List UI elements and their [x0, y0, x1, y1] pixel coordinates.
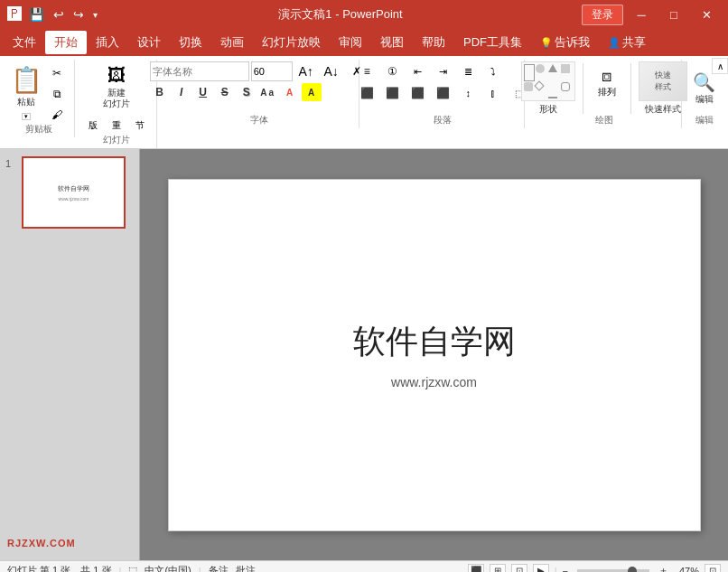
format-painter-button[interactable]: 🖌	[45, 105, 69, 125]
justify-btn[interactable]: ⬛	[431, 83, 454, 103]
normal-view-btn[interactable]: ⬛	[468, 564, 484, 573]
menu-insert[interactable]: 插入	[87, 31, 128, 54]
slide-sorter-btn[interactable]: ⊞	[490, 564, 506, 573]
italic-button[interactable]: I	[172, 83, 191, 101]
decrease-indent-btn[interactable]: ⇤	[406, 61, 429, 81]
font-size-input[interactable]	[251, 61, 293, 81]
reset-button[interactable]: 重	[106, 116, 127, 136]
slide-canvas[interactable]: 软件自学网 www.rjzxw.com	[168, 179, 701, 531]
menu-design[interactable]: 设计	[128, 31, 170, 54]
strikethrough-button[interactable]: S	[215, 83, 235, 101]
highlight-button[interactable]: A	[302, 83, 322, 101]
menu-pdf[interactable]: PDF工具集	[454, 31, 531, 54]
clipboard-small-btns: ✂ ⧉ 🖌	[45, 63, 69, 125]
font-label: 字体	[159, 114, 359, 127]
section-button[interactable]: 节	[129, 116, 151, 136]
undo-quick-btn[interactable]: ↩	[51, 5, 66, 23]
close-button[interactable]: ✕	[692, 0, 721, 29]
shapes-gallery[interactable]	[521, 61, 575, 101]
notes-button[interactable]: 备注	[209, 564, 229, 572]
underline-button[interactable]: U	[193, 83, 213, 101]
columns-btn[interactable]: ⫿	[481, 83, 505, 103]
more-quick-btn[interactable]: ▾	[91, 8, 99, 22]
zoom-in-btn[interactable]: ＋	[658, 564, 668, 572]
slide-panel: 1 软件自学网 www.rjzxw.com	[0, 149, 140, 560]
bold-button[interactable]: B	[150, 83, 170, 101]
minimize-button[interactable]: ─	[627, 0, 656, 29]
linespacing-btn[interactable]: ↕	[456, 83, 480, 103]
status-left: 幻灯片 第 1 张，共 1 张 | ⬚ 中文(中国) | 备注 批注	[7, 564, 256, 572]
menu-share[interactable]: 👤共享	[599, 31, 655, 54]
menu-view[interactable]: 视图	[371, 31, 413, 54]
title-bar-right: 登录 ─ □ ✕	[582, 0, 721, 29]
main-area: 1 软件自学网 www.rjzxw.com 软件自学网 www.rjzxw.co…	[0, 149, 728, 560]
accessibility-icon[interactable]: ⬚	[128, 565, 137, 572]
quick-styles-gallery[interactable]: 快速样式	[639, 61, 687, 101]
increase-font-btn[interactable]: A↑	[294, 61, 318, 81]
ribbon-collapse-button[interactable]: ∧	[712, 58, 728, 74]
align-left-btn[interactable]: ⬛	[355, 83, 378, 103]
title-bar-left: 🅿 💾 ↩ ↪ ▾	[7, 5, 99, 23]
zoom-level[interactable]: 47%	[674, 566, 699, 573]
canvas-area: 软件自学网 www.rjzxw.com	[140, 149, 728, 560]
title-bar: 🅿 💾 ↩ ↪ ▾ 演示文稿1 - PowerPoint 登录 ─ □ ✕	[0, 0, 728, 29]
status-bar: 幻灯片 第 1 张，共 1 张 | ⬚ 中文(中国) | 备注 批注 ⬛ ⊞ ⊡…	[0, 560, 728, 572]
save-quick-btn[interactable]: 💾	[27, 5, 46, 23]
title-bar-center: 演示文稿1 - PowerPoint	[99, 6, 582, 23]
slide-number: 1	[5, 158, 18, 169]
language-label: 中文(中国)	[145, 564, 191, 572]
thumb-subtitle: www.rjzxw.com	[59, 196, 89, 202]
decrease-font-btn[interactable]: A↓	[320, 61, 343, 81]
charspace-button[interactable]: Aa	[258, 83, 278, 101]
cut-button[interactable]: ✂	[45, 63, 69, 83]
thumb-title: 软件自学网	[58, 184, 89, 193]
menu-review[interactable]: 审阅	[330, 31, 371, 54]
font-name-input[interactable]	[150, 61, 249, 81]
numbering-button[interactable]: ①	[380, 61, 404, 81]
slide-thumbnail-container: 1 软件自学网 www.rjzxw.com	[5, 156, 134, 229]
slide-count-label: 幻灯片 第 1 张，共 1 张	[7, 564, 112, 572]
layout-button[interactable]: 版	[82, 116, 104, 136]
status-right: ⬛ ⊞ ⊡ ▶ | − ＋ 47% ⊡	[468, 564, 721, 573]
text-direction-btn[interactable]: ⤵	[481, 61, 505, 81]
ribbon-group-clipboard: 📋 粘贴 ▾ ✂ ⧉ 🖌 剪贴板	[4, 60, 75, 137]
zoom-out-btn[interactable]: −	[563, 566, 568, 573]
clipboard-label: 剪贴板	[4, 123, 74, 136]
menu-animations[interactable]: 动画	[211, 31, 253, 54]
menu-tell[interactable]: 💡告诉我	[531, 31, 599, 54]
ribbon-group-slides: 🖼 新建幻灯片 版 重 节 幻灯片	[77, 60, 157, 148]
drawing-label: 绘图	[527, 114, 681, 127]
shadow-button[interactable]: S	[237, 83, 257, 101]
comments-button[interactable]: 批注	[236, 564, 256, 572]
ribbon-group-drawing: 形状 ⧈ 排列 快速样式 快速样式 绘图	[527, 60, 682, 128]
copy-button[interactable]: ⧉	[45, 84, 69, 104]
zoom-thumb	[628, 567, 637, 573]
zoom-slider[interactable]	[577, 569, 649, 573]
menu-file[interactable]: 文件	[4, 31, 45, 54]
editing-label: 编辑	[684, 114, 724, 127]
ribbon: 📋 粘贴 ▾ ✂ ⧉ 🖌 剪贴板	[0, 56, 728, 149]
align-center-btn[interactable]: ⬛	[380, 83, 404, 103]
fontcolor-button[interactable]: A	[280, 83, 300, 101]
slideshow-btn[interactable]: ▶	[533, 564, 549, 573]
arrange-button[interactable]: ⧈ 排列	[591, 61, 623, 103]
reading-view-btn[interactable]: ⊡	[511, 564, 527, 573]
maximize-button[interactable]: □	[659, 0, 688, 29]
app-icon: 🅿	[7, 7, 22, 22]
ribbon-group-font: A↑ A↓ ✗ B I U S S Aa A A 字体	[159, 60, 359, 128]
slide-thumbnail-1[interactable]: 软件自学网 www.rjzxw.com	[22, 156, 126, 229]
bullets-button[interactable]: ≡	[355, 61, 378, 81]
align-right-btn[interactable]: ⬛	[406, 83, 429, 103]
paste-button[interactable]: 📋 粘贴	[9, 61, 43, 112]
menu-slideshow[interactable]: 幻灯片放映	[253, 31, 330, 54]
menu-help[interactable]: 帮助	[413, 31, 454, 54]
new-slide-button[interactable]: 🖼 新建幻灯片	[94, 61, 139, 112]
increase-indent-btn[interactable]: ⇥	[431, 61, 454, 81]
align-columns-btn[interactable]: ≣	[456, 61, 480, 81]
login-button[interactable]: 登录	[582, 5, 623, 25]
menu-transitions[interactable]: 切换	[170, 31, 211, 54]
fit-slide-btn[interactable]: ⊡	[705, 564, 721, 573]
paste-arrow[interactable]: ▾	[22, 113, 31, 120]
menu-home[interactable]: 开始	[45, 31, 87, 54]
redo-quick-btn[interactable]: ↪	[71, 5, 86, 23]
